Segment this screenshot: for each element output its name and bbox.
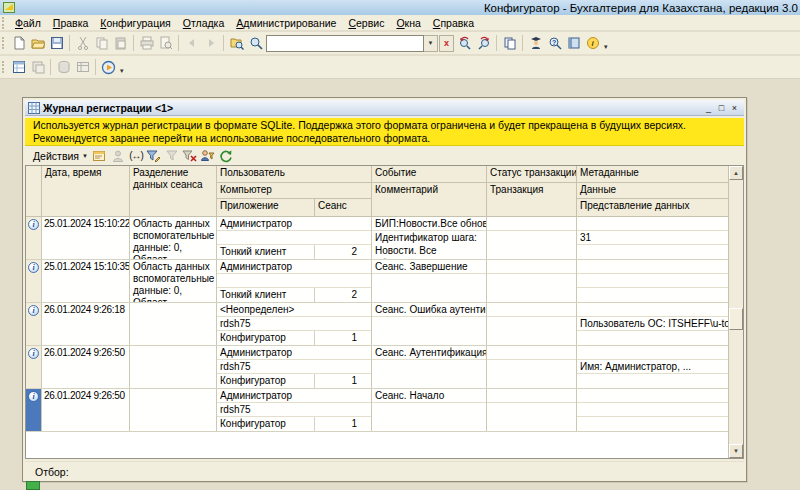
search-dropdown-button[interactable]: ▼	[424, 35, 438, 52]
user-picture-icon[interactable]	[109, 147, 127, 164]
copy-icon[interactable]	[92, 34, 111, 53]
configuration-store-icon[interactable]	[28, 58, 47, 77]
header-transaction[interactable]: Транзакция	[487, 183, 576, 216]
cell-tx-status	[487, 217, 576, 231]
app-icon	[3, 2, 15, 13]
cut-icon[interactable]	[73, 34, 92, 53]
view-event-icon[interactable]	[91, 147, 109, 164]
scrollbar-thumb[interactable]	[729, 308, 743, 330]
open-configuration-icon[interactable]	[9, 58, 28, 77]
sqlite-warning-banner: Используется журнал регистрации в формат…	[25, 118, 744, 146]
header-presentation[interactable]: Представление данных	[577, 199, 728, 216]
cell-transaction	[487, 317, 576, 345]
help-search-icon[interactable]: ?	[545, 34, 564, 53]
header-date[interactable]: Дата, время	[42, 166, 130, 216]
save-icon[interactable]	[47, 34, 66, 53]
toolbar-overflow-icon[interactable]: ▾	[120, 67, 124, 78]
main-titlebar: Конфигуратор - Бухгалтерия для Казахстан…	[0, 0, 800, 15]
find-next-icon[interactable]	[474, 34, 493, 53]
cell-presentation	[577, 417, 728, 431]
duplicate-icon[interactable]	[500, 34, 519, 53]
help-book-icon[interactable]	[564, 34, 583, 53]
table-row-selected[interactable]: i 26.01.2024 9:26:50 Администратор rdsh7…	[26, 389, 729, 432]
log-table-header: Дата, время Разделение данных сеанса Пол…	[26, 166, 729, 217]
cell-date: 25.01.2024 15:10:35	[42, 260, 130, 302]
header-tx-status[interactable]: Статус транзакции	[487, 166, 576, 183]
paste-icon[interactable]	[111, 34, 130, 53]
table-window-icon[interactable]	[73, 58, 92, 77]
standard-toolbar: ▼ x ? i ▾	[0, 32, 800, 55]
menu-configuration[interactable]: Конфигурация	[94, 16, 176, 30]
cell-data: 31	[577, 231, 728, 245]
table-row[interactable]: i 25.01.2024 15:10:35 Область данных всп…	[26, 260, 729, 303]
scroll-up-button[interactable]: ▲	[729, 166, 743, 180]
close-button[interactable]: ×	[728, 101, 741, 115]
cell-session: 2	[315, 245, 371, 259]
table-row[interactable]: i 26.01.2024 9:26:50 Администратор rdsh7…	[26, 346, 729, 389]
refresh-icon[interactable]	[217, 147, 235, 164]
header-event[interactable]: Событие	[372, 166, 486, 183]
cell-application: Конфигуратор	[217, 417, 315, 431]
header-metadata[interactable]: Метаданные	[577, 166, 728, 183]
search-clear-button[interactable]: x	[439, 35, 454, 52]
menu-help[interactable]: Справка	[427, 16, 480, 30]
open-icon[interactable]	[28, 34, 47, 53]
filter-by-user-icon[interactable]	[199, 147, 217, 164]
header-computer[interactable]: Компьютер	[217, 183, 371, 200]
log-table-body: i 25.01.2024 15:10:22 Область данных всп…	[26, 217, 729, 432]
maximize-button[interactable]: □	[715, 101, 728, 115]
search-icon[interactable]	[246, 34, 265, 53]
cell-tx-status	[487, 303, 576, 317]
cell-user: Администратор	[217, 389, 371, 403]
info-icon: i	[28, 262, 39, 273]
start-debugging-icon[interactable]	[99, 58, 118, 77]
cell-application: Конфигуратор	[217, 331, 315, 345]
scroll-down-button[interactable]: ▼	[729, 444, 743, 458]
info-icon: i	[28, 305, 39, 316]
vertical-scrollbar[interactable]: ▲ ▼	[728, 166, 743, 458]
print-icon[interactable]	[137, 34, 156, 53]
menu-administration[interactable]: Администрирование	[230, 16, 342, 30]
header-session[interactable]: Сеанс	[315, 199, 371, 216]
cell-comment	[372, 360, 486, 388]
cell-presentation	[577, 288, 728, 302]
actions-menu-button[interactable]: Действия▼	[30, 149, 91, 163]
find-previous-icon[interactable]	[455, 34, 474, 53]
header-data[interactable]: Данные	[577, 183, 728, 200]
clear-filter-icon[interactable]	[181, 147, 199, 164]
configuration-toolbar: ▾	[0, 56, 800, 79]
cell-sharing: Область данных вспомогательные данные: 0…	[130, 260, 217, 302]
menu-edit[interactable]: Правка	[47, 16, 94, 30]
cell-metadata	[577, 217, 728, 231]
print-preview-icon[interactable]	[156, 34, 175, 53]
syntax-check-icon[interactable]	[526, 34, 545, 53]
header-sharing[interactable]: Разделение данных сеанса	[130, 166, 217, 216]
minimize-button[interactable]: _	[702, 101, 715, 115]
menu-debug[interactable]: Отладка	[177, 16, 231, 30]
set-filter-icon[interactable]	[145, 147, 163, 164]
table-row[interactable]: i 26.01.2024 9:26:18 <Неопределен> rdsh7…	[26, 303, 729, 346]
header-user[interactable]: Пользователь	[217, 166, 371, 183]
filter-settings-icon[interactable]	[163, 147, 181, 164]
journal-titlebar[interactable]: Журнал регистрации <1> _ □ ×	[25, 100, 744, 116]
table-row[interactable]: i 25.01.2024 15:10:22 Область данных всп…	[26, 217, 729, 260]
cell-metadata	[577, 260, 728, 274]
search-input[interactable]	[266, 35, 424, 52]
back-icon[interactable]	[182, 34, 201, 53]
menu-file[interactable]: Файл	[9, 16, 47, 30]
menu-service[interactable]: Сервис	[342, 16, 390, 30]
database-icon[interactable]	[54, 58, 73, 77]
header-application[interactable]: Приложение	[217, 199, 315, 216]
about-icon[interactable]: i	[583, 34, 602, 53]
minimized-window-icon[interactable]	[26, 481, 40, 490]
forward-icon[interactable]	[201, 34, 220, 53]
global-search-icon[interactable]	[227, 34, 246, 53]
set-interval-icon[interactable]: (↔)	[127, 147, 145, 164]
cell-comment	[372, 317, 486, 345]
toolbar-overflow-icon[interactable]: ▾	[604, 43, 608, 54]
cell-computer	[217, 231, 371, 245]
menu-windows[interactable]: Окна	[390, 16, 426, 30]
header-comment[interactable]: Комментарий	[372, 183, 486, 216]
cell-computer	[217, 274, 371, 288]
new-document-icon[interactable]	[9, 34, 28, 53]
